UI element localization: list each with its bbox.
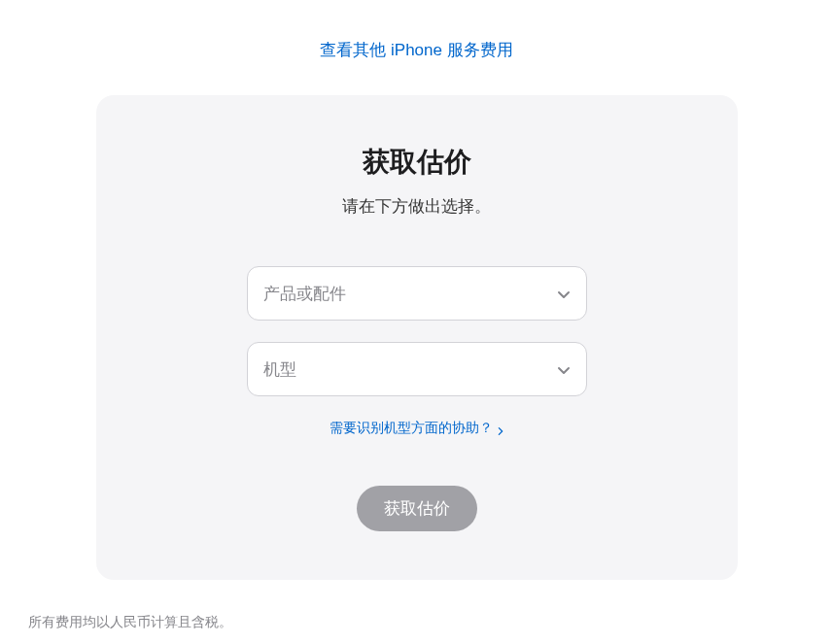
estimate-card: 获取估价 请在下方做出选择。 产品或配件 机型 需要识别机型方面的协助？ 获取估… xyxy=(96,95,738,580)
model-select-placeholder: 机型 xyxy=(263,358,296,381)
model-select-wrapper: 机型 xyxy=(247,342,587,396)
button-container: 获取估价 xyxy=(135,486,699,531)
help-link-text: 需要识别机型方面的协助？ xyxy=(330,420,493,437)
top-link-container: 查看其他 iPhone 服务费用 xyxy=(0,39,833,61)
other-service-fees-link[interactable]: 查看其他 iPhone 服务费用 xyxy=(320,41,512,59)
help-identify-model-link[interactable]: 需要识别机型方面的协助？ xyxy=(330,420,504,437)
model-select[interactable]: 机型 xyxy=(247,342,587,396)
footer-line-1: 所有费用均以人民币计算且含税。 xyxy=(28,607,806,637)
chevron-down-icon xyxy=(557,362,571,376)
chevron-down-icon xyxy=(557,287,571,300)
product-select-placeholder: 产品或配件 xyxy=(263,283,346,305)
footer-disclaimer: 所有费用均以人民币计算且含税。 截至 2023 年 2 月底，保外电池服务的费用… xyxy=(18,607,816,644)
get-estimate-button[interactable]: 获取估价 xyxy=(357,486,477,531)
card-title: 获取估价 xyxy=(135,144,699,181)
product-select-wrapper: 产品或配件 xyxy=(247,266,587,321)
chevron-right-icon xyxy=(497,424,504,433)
card-subtitle: 请在下方做出选择。 xyxy=(135,195,699,218)
product-select[interactable]: 产品或配件 xyxy=(247,266,587,321)
